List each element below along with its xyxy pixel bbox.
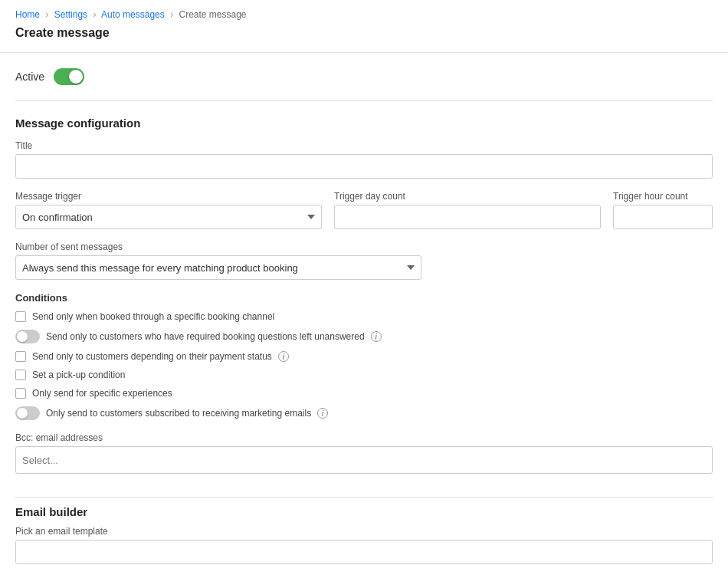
condition-item-3: Send only to customers depending on thei… [15,351,713,362]
sent-messages-label: Number of sent messages [15,242,713,252]
condition-item-6: Only send to customers subscribed to rec… [15,406,713,420]
breadcrumb-auto-messages[interactable]: Auto messages [101,9,165,20]
message-config-title: Message configuration [15,117,713,130]
top-divider [0,52,728,53]
condition-text-5: Only send for specific experiences [32,388,172,399]
active-toggle[interactable] [54,68,84,85]
trigger-hour-count-label: Trigger hour count [613,191,713,202]
conditions-title: Conditions [15,292,713,304]
condition-info-icon-3[interactable]: i [278,351,289,362]
condition-text-2: Send only to customers who have required… [46,331,365,342]
main-content: Active Message configuration Title Messa… [0,68,728,564]
bcc-section: Bcc: email addresses [15,432,713,474]
breadcrumb-sep-3: › [170,9,173,20]
bcc-input[interactable] [15,446,713,474]
page-title: Create message [0,25,728,52]
active-row: Active [15,68,713,85]
email-builder-section: Email builder Pick an email template [15,497,713,564]
pick-template-label: Pick an email template [15,526,713,537]
title-input[interactable] [15,154,713,179]
condition-info-icon-6[interactable]: i [317,408,328,419]
breadcrumb-home[interactable]: Home [15,9,40,20]
conditions-section: Conditions Send only when booked through… [15,292,713,420]
condition-text-1: Send only when booked through a specific… [32,311,274,322]
condition-item-1: Send only when booked through a specific… [15,311,713,322]
condition-text-6: Only send to customers subscribed to rec… [46,408,311,419]
sent-messages-select[interactable]: Always send this message for every match… [15,255,421,280]
section-divider [15,100,713,101]
trigger-hour-count-col: Trigger hour count [613,191,713,229]
condition-toggle-2[interactable] [15,330,40,343]
title-label: Title [15,140,713,151]
condition-item-2: Send only to customers who have required… [15,330,713,343]
condition-item-5: Only send for specific experiences [15,388,713,399]
message-trigger-col: Message trigger On confirmation Before b… [15,191,322,229]
trigger-hour-count-input[interactable] [613,205,713,229]
message-trigger-label: Message trigger [15,191,322,202]
condition-checkbox-1[interactable] [15,311,26,322]
breadcrumb-sep-1: › [45,9,48,20]
sent-messages-field-group: Number of sent messages Always send this… [15,242,713,280]
condition-toggle-slider-2 [15,330,40,343]
condition-checkbox-4[interactable] [15,370,26,380]
message-configuration-section: Message configuration Title Message trig… [15,117,713,474]
bcc-label: Bcc: email addresses [15,432,713,443]
condition-checkbox-3[interactable] [15,351,26,362]
trigger-day-count-col: Trigger day count [334,191,601,229]
message-trigger-select[interactable]: On confirmation Before booking After boo… [15,205,322,229]
breadcrumb-current: Create message [179,9,246,20]
email-builder-title: Email builder [15,505,713,518]
breadcrumb: Home › Settings › Auto messages › Create… [0,0,728,25]
condition-toggle-slider-6 [15,406,40,420]
condition-checkbox-5[interactable] [15,388,26,399]
trigger-row: Message trigger On confirmation Before b… [15,191,713,229]
active-label: Active [15,71,44,83]
trigger-day-count-label: Trigger day count [334,191,601,202]
breadcrumb-sep-2: › [93,9,96,20]
trigger-day-count-input[interactable] [334,205,601,229]
condition-text-4: Set a pick-up condition [32,370,125,380]
template-input[interactable] [15,540,713,564]
condition-text-3: Send only to customers depending on thei… [32,351,272,362]
condition-info-icon-2[interactable]: i [371,331,382,342]
title-field-group: Title [15,140,713,179]
condition-item-4: Set a pick-up condition [15,370,713,380]
condition-toggle-6[interactable] [15,406,40,420]
toggle-slider [54,68,84,85]
breadcrumb-settings[interactable]: Settings [54,9,87,20]
